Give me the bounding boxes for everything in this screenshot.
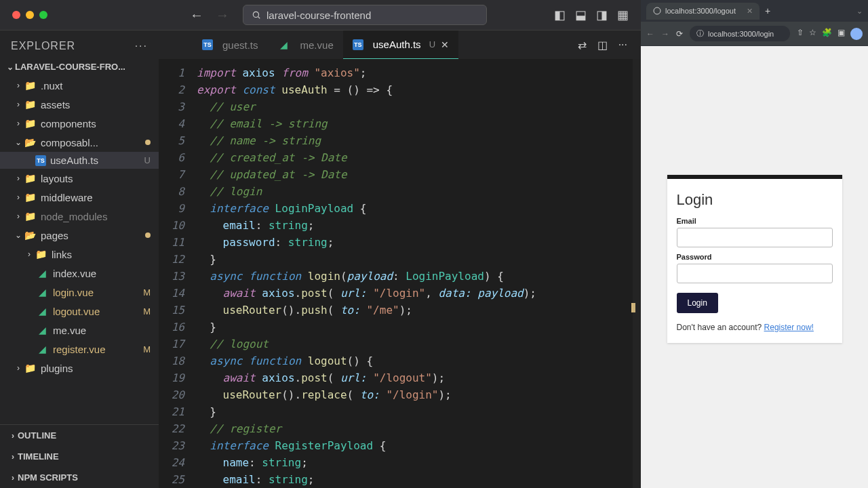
toggle-panel-icon[interactable]: ⬓: [575, 7, 587, 22]
explorer-more-icon[interactable]: ···: [135, 40, 148, 52]
svg-line-1: [258, 16, 260, 18]
avatar[interactable]: [850, 28, 863, 40]
tree-file-register-vue[interactable]: ◢register.vueM: [0, 340, 159, 359]
extensions-icon[interactable]: 🧩: [822, 28, 832, 40]
typescript-icon: TS: [202, 39, 213, 50]
nav-back-icon[interactable]: ←: [190, 7, 203, 23]
outline-section[interactable]: ›OUTLINE: [0, 425, 159, 446]
customize-layout-icon[interactable]: ▦: [617, 7, 629, 22]
login-card: Login Email Password Login Don't have an…: [667, 175, 842, 343]
more-actions-icon[interactable]: ···: [618, 39, 627, 52]
svg-point-2: [654, 7, 660, 14]
tree-folder-composables[interactable]: ⌄📂composabl...: [0, 133, 159, 152]
explorer-title: EXPLORER: [11, 40, 75, 52]
bookmark-icon[interactable]: ☆: [809, 28, 816, 40]
address-bar[interactable]: ⓘ localhost:3000/login: [690, 26, 790, 41]
browser-tab[interactable]: localhost:3000/logout ✕: [646, 3, 760, 20]
command-center[interactable]: laravel-course-frontend: [243, 5, 487, 25]
compare-changes-icon[interactable]: ⇄: [578, 39, 587, 52]
project-section-header[interactable]: ⌄ LARAVEL-COURSE-FRO...: [0, 58, 159, 76]
email-label: Email: [677, 217, 833, 225]
nav-forward-icon[interactable]: →: [216, 7, 229, 23]
password-field[interactable]: [677, 264, 833, 283]
chevron-right-icon: ›: [14, 174, 23, 183]
browser-forward-icon[interactable]: →: [661, 29, 669, 39]
git-untracked-badge: U: [144, 155, 151, 165]
typescript-icon: TS: [353, 39, 363, 50]
tab-guest[interactable]: TSguest.ts: [193, 30, 268, 59]
chevron-down-icon: ⌄: [14, 230, 23, 240]
chevron-right-icon: ›: [8, 473, 18, 483]
git-modified-badge: M: [143, 287, 151, 298]
chevron-down-icon: ⌄: [5, 62, 15, 72]
titlebar: ← → laravel-course-frontend ◧ ⬓ ◨ ▦: [0, 0, 641, 30]
tree-folder-links[interactable]: ›📁links: [0, 245, 159, 264]
git-modified-badge: M: [143, 306, 151, 317]
tree-folder-plugins[interactable]: ›📁plugins: [0, 359, 159, 378]
tree-folder-middleware[interactable]: ›📁middleware: [0, 188, 159, 207]
tree-folder-node-modules[interactable]: ›📁node_modules: [0, 207, 159, 226]
expand-icon[interactable]: ⌄: [856, 7, 863, 16]
browser-back-icon[interactable]: ←: [646, 29, 654, 39]
code-editor[interactable]: 1234567891011121314151617181920212223242…: [159, 59, 641, 488]
folder-open-icon: 📂: [23, 136, 37, 149]
tab-me[interactable]: ◢me.vue: [268, 30, 343, 59]
browser-toolbar: ← → ⟳ ⓘ localhost:3000/login ⇧ ☆ 🧩 ▣: [641, 22, 868, 46]
tree-file-login-vue[interactable]: ◢login.vueM: [0, 283, 159, 302]
tab-useauth[interactable]: TSuseAuth.tsU✕: [343, 30, 458, 59]
chevron-right-icon: ›: [14, 119, 23, 128]
close-tab-icon[interactable]: ✕: [441, 39, 449, 50]
register-link[interactable]: Register now!: [764, 323, 814, 332]
scrollbar[interactable]: [633, 59, 641, 488]
timeline-section[interactable]: ›TIMELINE: [0, 446, 159, 467]
browser-reload-icon[interactable]: ⟳: [676, 29, 683, 39]
register-prompt: Don't have an account? Register now!: [677, 323, 833, 332]
window-controls: [12, 11, 47, 19]
chevron-right-icon: ›: [8, 431, 18, 441]
sidebar-bottom-sections: ›OUTLINE ›TIMELINE ›NPM SCRIPTS: [0, 424, 159, 488]
editor-tabs: TSguest.ts ◢me.vue TSuseAuth.tsU✕ ⇄ ◫ ··…: [159, 30, 641, 59]
tab-actions: ⇄ ◫ ···: [578, 39, 641, 52]
url-text: localhost:3000/login: [708, 30, 774, 38]
vue-icon: ◢: [35, 342, 49, 356]
folder-icon: 📁: [23, 98, 37, 111]
browser-actions: ⇧ ☆ 🧩 ▣: [797, 28, 863, 40]
tree-file-useauth[interactable]: TSuseAuth.tsU: [0, 152, 159, 169]
site-info-icon[interactable]: ⓘ: [696, 28, 704, 39]
chevron-right-icon: ›: [24, 249, 34, 259]
tree-folder-layouts[interactable]: ›📁layouts: [0, 169, 159, 188]
tree-file-me-vue[interactable]: ◢me.vue: [0, 321, 159, 340]
minimize-window-icon[interactable]: [26, 11, 34, 19]
globe-icon: [653, 7, 661, 15]
login-button[interactable]: Login: [677, 293, 718, 313]
explorer-sidebar: EXPLORER ··· ⌄ LARAVEL-COURSE-FRO... ›📁.…: [0, 30, 159, 488]
tree-file-index-vue[interactable]: ◢index.vue: [0, 264, 159, 283]
npm-scripts-section[interactable]: ›NPM SCRIPTS: [0, 467, 159, 488]
folder-icon: 📁: [23, 209, 37, 223]
tree-folder-pages[interactable]: ⌄📂pages: [0, 226, 159, 245]
split-editor-icon[interactable]: ◫: [597, 39, 608, 52]
tree-folder-components[interactable]: ›📁components: [0, 114, 159, 133]
new-tab-icon[interactable]: +: [765, 5, 770, 16]
folder-icon: 📁: [23, 171, 37, 185]
extension-icon[interactable]: ▣: [837, 28, 845, 40]
tree-folder-assets[interactable]: ›📁assets: [0, 95, 159, 114]
share-icon[interactable]: ⇧: [797, 28, 804, 40]
file-tree: ›📁.nuxt ›📁assets ›📁components ⌄📂composab…: [0, 76, 159, 424]
tree-folder-nuxt[interactable]: ›📁.nuxt: [0, 76, 159, 95]
toggle-sidebar-icon[interactable]: ◧: [554, 7, 566, 22]
vue-icon: ◢: [35, 304, 49, 318]
close-tab-icon[interactable]: ✕: [747, 7, 753, 16]
maximize-window-icon[interactable]: [39, 11, 47, 19]
browser-tab-bar: localhost:3000/logout ✕ + ⌄: [641, 0, 868, 22]
toggle-secondary-icon[interactable]: ◨: [596, 7, 608, 22]
close-window-icon[interactable]: [12, 11, 20, 19]
folder-icon: 📁: [23, 79, 37, 92]
tree-file-logout-vue[interactable]: ◢logout.vueM: [0, 302, 159, 321]
git-untracked-badge: U: [429, 39, 435, 49]
chevron-right-icon: ›: [14, 81, 23, 90]
vue-icon: ◢: [35, 285, 49, 299]
email-field[interactable]: [677, 228, 833, 247]
chevron-right-icon: ›: [14, 363, 23, 373]
vue-icon: ◢: [277, 38, 291, 52]
